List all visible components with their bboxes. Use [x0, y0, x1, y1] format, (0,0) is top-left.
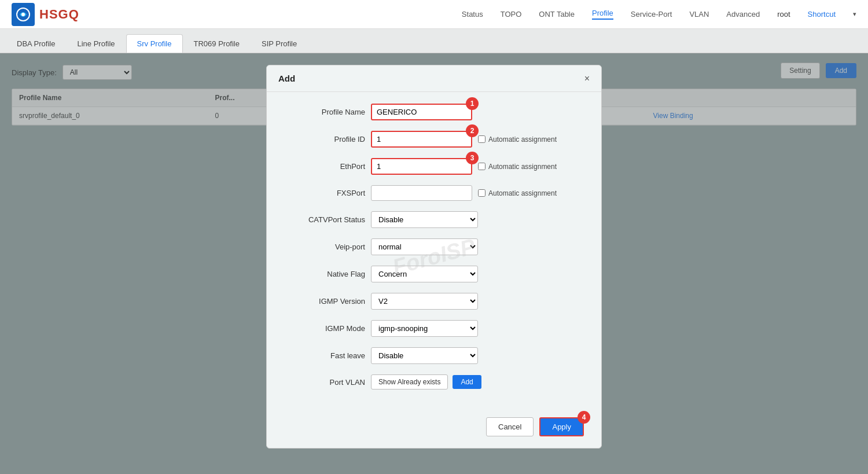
profile-id-auto-checkbox[interactable]: [478, 135, 486, 143]
fxsport-label: FXSPort: [284, 189, 365, 197]
ethport-label: EthPort: [284, 162, 365, 171]
dialog-title: Add: [278, 74, 295, 83]
svg-point-1: [21, 13, 25, 16]
ethport-row: EthPort 3 Automatic assignment: [284, 158, 584, 175]
profile-id-auto-wrap: Automatic assignment: [478, 135, 557, 144]
add-dialog: Add × Profile Name 1 Profile ID: [266, 65, 602, 449]
badge-3: 3: [466, 152, 479, 164]
tab-tr069-profile[interactable]: TR069 Profile: [183, 34, 251, 53]
main-content: Display Type: All Setting Add Profile Na…: [0, 53, 868, 474]
igmp-mode-label: IGMP Mode: [284, 324, 365, 333]
profile-id-row: Profile ID 2 Automatic assignment: [284, 131, 584, 148]
catvport-label: CATVPort Status: [284, 215, 365, 224]
fast-leave-row: Fast leave Disable Enable: [284, 347, 584, 364]
fxsport-auto-checkbox[interactable]: [478, 189, 486, 197]
nav-ont-table[interactable]: ONT Table: [539, 10, 575, 19]
ethport-input[interactable]: [371, 158, 472, 175]
port-vlan-label: Port VLAN: [284, 378, 365, 387]
fxsport-input[interactable]: [371, 185, 472, 201]
dialog-close-button[interactable]: ×: [584, 74, 590, 83]
nav-profile[interactable]: Profile: [592, 9, 613, 20]
profile-id-auto-label: Automatic assignment: [488, 135, 557, 144]
nav-vlan[interactable]: VLAN: [689, 10, 709, 19]
cancel-button[interactable]: Cancel: [486, 417, 534, 436]
profile-name-row: Profile Name 1: [284, 104, 584, 120]
catvport-select[interactable]: Disable Enable: [371, 211, 478, 228]
port-vlan-row: Port VLAN Show Already exists Add: [284, 374, 584, 390]
ethport-auto-wrap: Automatic assignment: [478, 163, 557, 171]
fxsport-auto-wrap: Automatic assignment: [478, 189, 557, 197]
native-flag-label: Native Flag: [284, 270, 365, 278]
tab-sip-profile[interactable]: SIP Profile: [251, 34, 308, 53]
veipport-row: Veip-port normal enable disable: [284, 238, 584, 255]
fxsport-row: FXSPort Automatic assignment: [284, 185, 584, 201]
profile-name-label: Profile Name: [284, 108, 365, 116]
profile-id-label: Profile ID: [284, 135, 365, 144]
apply-button[interactable]: Apply: [539, 417, 584, 436]
fxsport-auto-label: Automatic assignment: [488, 189, 557, 197]
show-already-button[interactable]: Show Already exists: [371, 374, 448, 390]
veipport-select[interactable]: normal enable disable: [371, 238, 478, 255]
port-vlan-controls: Show Already exists Add: [371, 374, 481, 390]
igmp-version-row: IGMP Version V2 V3: [284, 293, 584, 310]
tab-line-profile[interactable]: Line Profile: [66, 34, 126, 53]
igmp-mode-row: IGMP Mode igmp-snooping igmp-proxy: [284, 320, 584, 337]
ethport-auto-checkbox[interactable]: [478, 163, 486, 170]
dialog-footer: Cancel Apply 4: [267, 417, 601, 436]
nav-shortcut[interactable]: Shortcut: [808, 10, 836, 19]
top-bar: HSGQ Status TOPO ONT Table Profile Servi…: [0, 0, 868, 29]
tab-bar: DBA Profile Line Profile Srv Profile TR0…: [0, 29, 868, 53]
ethport-badge-wrap: 3: [371, 158, 472, 175]
profile-id-input[interactable]: [371, 131, 472, 148]
logo-area: HSGQ: [12, 3, 79, 26]
veipport-label: Veip-port: [284, 242, 365, 251]
dialog-header: Add ×: [267, 65, 601, 92]
igmp-version-label: IGMP Version: [284, 297, 365, 306]
nav-links: Status TOPO ONT Table Profile Service-Po…: [462, 9, 856, 20]
profile-name-input[interactable]: [371, 104, 472, 120]
apply-badge-wrap: Apply 4: [539, 417, 584, 436]
nav-status[interactable]: Status: [462, 10, 483, 19]
igmp-mode-select[interactable]: igmp-snooping igmp-proxy: [371, 320, 478, 337]
badge-1: 1: [466, 97, 479, 110]
fast-leave-label: Fast leave: [284, 351, 365, 360]
nav-service-port[interactable]: Service-Port: [631, 10, 672, 19]
nav-topo[interactable]: TOPO: [501, 10, 522, 19]
dialog-overlay: Add × Profile Name 1 Profile ID: [0, 53, 868, 474]
dialog-body: Profile Name 1 Profile ID 2 Auto: [267, 92, 601, 411]
catvport-row: CATVPort Status Disable Enable: [284, 211, 584, 228]
fast-leave-select[interactable]: Disable Enable: [371, 347, 478, 364]
nav-root[interactable]: root: [777, 10, 790, 19]
logo-text: HSGQ: [39, 7, 79, 22]
badge-4: 4: [578, 411, 590, 424]
igmp-version-select[interactable]: V2 V3: [371, 293, 478, 310]
profile-id-badge-wrap: 2: [371, 131, 472, 148]
nav-shortcut-arrow: ▾: [853, 10, 856, 18]
native-flag-select[interactable]: Concern None: [371, 266, 478, 282]
tab-srv-profile[interactable]: Srv Profile: [126, 34, 183, 53]
nav-advanced[interactable]: Advanced: [726, 10, 760, 19]
badge-2: 2: [466, 124, 479, 137]
ethport-auto-label: Automatic assignment: [488, 163, 557, 171]
profile-name-badge-wrap: 1: [371, 104, 472, 120]
port-vlan-add-button[interactable]: Add: [453, 375, 481, 389]
native-flag-row: Native Flag Concern None: [284, 266, 584, 282]
tab-dba-profile[interactable]: DBA Profile: [6, 34, 66, 53]
logo-icon: [12, 3, 35, 26]
